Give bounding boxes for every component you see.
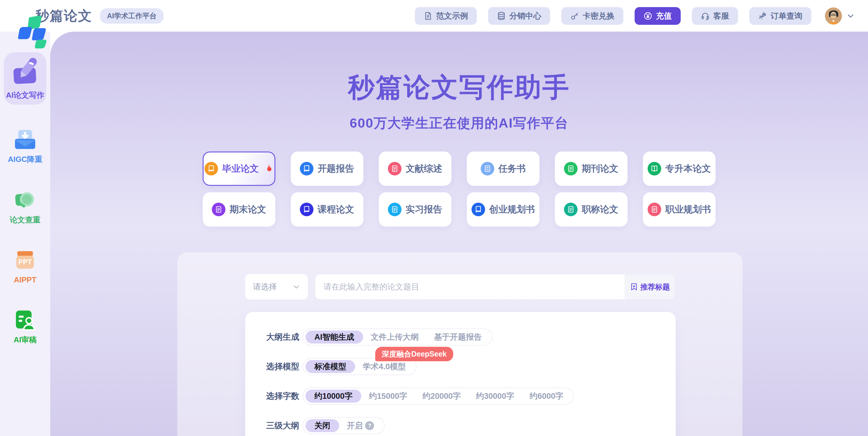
title-input[interactable] [315, 274, 625, 299]
nav-button-订单查询[interactable]: 订单查询 [749, 7, 811, 25]
option-label: 约6000字 [529, 391, 563, 401]
magnifier-icon [13, 189, 37, 212]
paper-type-创业规划书[interactable]: 创业规划书 [467, 192, 539, 226]
rocket-icon [758, 11, 767, 20]
nav-button-label: 订单查询 [771, 11, 802, 21]
paper-type-label: 职称论文 [582, 203, 618, 216]
paper-type-label: 实习报告 [406, 203, 442, 216]
option-文件上传大纲[interactable]: 文件上传大纲 [363, 332, 426, 342]
form-row-label: 大纲生成 [266, 332, 300, 343]
doc-icon [212, 203, 225, 216]
help-icon[interactable]: ? [365, 421, 374, 430]
paper-type-grid: 毕业论文开题报告文献综述任务书期刊论文专升本论文期末论文课程论文实习报告创业规划… [203, 152, 716, 226]
option-约10000字[interactable]: 约10000字 [306, 390, 361, 403]
paper-type-label: 任务书 [498, 162, 526, 175]
doc-icon [648, 203, 661, 216]
avatar[interactable] [825, 7, 842, 25]
paper-type-专升本论文[interactable]: 专升本论文 [643, 152, 716, 186]
option-约20000字[interactable]: 约20000字 [415, 391, 468, 401]
checklist-icon [481, 162, 494, 176]
sidebar-item-label: 论文查重 [10, 215, 40, 225]
option-标准模型[interactable]: 标准模型 [306, 360, 355, 373]
nav-button-范文示例[interactable]: 范文示例 [415, 7, 477, 25]
pencil-writing-icon [10, 57, 40, 87]
reviewer-icon [13, 309, 37, 332]
page: 秒篇论文 AI学术工作平台 范文示例分销中心卡密兑换充值客服订单查询 [0, 0, 868, 436]
database-icon [497, 11, 506, 20]
title-input-group: 推荐标题 [315, 274, 675, 300]
form-row-选择模型: 选择模型标准模型学术4.0模型深度融合DeepSeek [266, 358, 676, 375]
segmented-control: AI智能生成文件上传大纲基于开题报告 [303, 329, 493, 346]
document-icon [424, 11, 433, 20]
sidebar-item-label: AIGC降重 [8, 154, 42, 164]
paper-type-文献综述[interactable]: 文献综述 [379, 152, 452, 186]
paper-type-毕业论文[interactable]: 毕业论文 [203, 152, 275, 186]
segmented-control: 约10000字约15000字约20000字约30000字约6000字 [303, 387, 574, 405]
ppt-icon: PPT [13, 249, 37, 272]
book-icon [205, 162, 218, 176]
paper-type-label: 开题报告 [318, 162, 354, 175]
option-开启[interactable]: 开启? [339, 421, 382, 431]
option-label: 约10000字 [314, 391, 352, 401]
paper-type-期末论文[interactable]: 期末论文 [203, 192, 275, 226]
option-AI智能生成[interactable]: AI智能生成 [306, 331, 363, 344]
brand: 秒篇论文 AI学术工作平台 [17, 7, 164, 25]
yuan-icon [644, 11, 652, 20]
sidebar-item-label: AI审稿 [13, 335, 37, 345]
nav-button-分销中心[interactable]: 分销中心 [488, 7, 550, 25]
sidebar-item-AI论文写作[interactable]: AI论文写作 [4, 52, 46, 104]
paper-type-label: 期末论文 [229, 203, 266, 216]
paper-type-期刊论文[interactable]: 期刊论文 [555, 152, 627, 186]
category-select[interactable]: 请选择 [245, 274, 308, 300]
book-icon [471, 203, 485, 216]
option-学术4.0模型[interactable]: 学术4.0模型 [355, 361, 414, 372]
paper-type-职业规划书[interactable]: 职业规划书 [643, 192, 716, 226]
recommend-title-button[interactable]: 推荐标题 [625, 274, 675, 299]
headset-icon [701, 11, 710, 20]
sidebar-item-label: AI论文写作 [6, 90, 44, 100]
option-label: 标准模型 [314, 361, 346, 372]
sidebar-item-AIPPT[interactable]: PPTAIPPT [13, 249, 37, 284]
nav-button-卡密兑换[interactable]: 卡密兑换 [561, 7, 623, 25]
option-关闭[interactable]: 关闭 [306, 419, 339, 432]
form-row-大纲生成: 大纲生成AI智能生成文件上传大纲基于开题报告 [266, 329, 676, 346]
option-label: 约15000字 [369, 391, 407, 401]
paper-type-label: 课程论文 [318, 203, 354, 216]
paper-type-职称论文[interactable]: 职称论文 [555, 192, 627, 226]
paper-type-实习报告[interactable]: 实习报告 [379, 192, 452, 226]
main-content: 秒篇论文写作助手 600万大学生正在使用的AI写作平台 毕业论文开题报告文献综述… [50, 32, 868, 436]
sidebar-item-AI审稿[interactable]: AI审稿 [13, 309, 37, 345]
option-约30000字[interactable]: 约30000字 [468, 391, 522, 401]
key-icon [570, 11, 579, 20]
sidebar-item-论文查重[interactable]: 论文查重 [10, 189, 40, 225]
form-row-label: 选择字数 [266, 391, 300, 402]
nav-button-label: 充值 [656, 11, 672, 21]
nav-button-客服[interactable]: 客服 [692, 7, 738, 25]
doc-icon [388, 203, 402, 216]
sidebar-item-AIGC降重[interactable]: AIGC降重 [8, 128, 42, 164]
paper-type-任务书[interactable]: 任务书 [467, 152, 539, 186]
option-label: 约30000字 [476, 391, 514, 401]
paper-type-课程论文[interactable]: 课程论文 [291, 192, 363, 226]
option-label: AI智能生成 [314, 332, 354, 342]
doc-icon [564, 162, 578, 176]
form-row-label: 三级大纲 [266, 420, 300, 431]
openbook-icon [648, 162, 661, 176]
paper-type-label: 文献综述 [406, 162, 442, 175]
nav-button-label: 卡密兑换 [583, 11, 615, 21]
option-基于开题报告[interactable]: 基于开题报告 [426, 332, 490, 342]
form-row-label: 选择模型 [266, 361, 300, 372]
header: 秒篇论文 AI学术工作平台 范文示例分销中心卡密兑换充值客服订单查询 [0, 0, 868, 32]
flame-icon [264, 164, 274, 174]
brand-badge: AI学术工作平台 [100, 8, 164, 24]
segmented-control: 关闭开启? [303, 417, 385, 434]
option-约15000字[interactable]: 约15000字 [361, 391, 415, 401]
chevron-down-icon[interactable] [847, 12, 855, 20]
paper-type-label: 职业规划书 [665, 203, 711, 216]
form-panel: 请选择 推荐标题 大纲生成AI智能生成文件上传大纲基于开题报告选择模型标准模 [177, 253, 742, 436]
option-约6000字[interactable]: 约6000字 [522, 391, 571, 401]
paper-type-label: 创业规划书 [489, 203, 535, 216]
paper-type-开题报告[interactable]: 开题报告 [291, 152, 363, 186]
nav-button-label: 客服 [713, 11, 729, 21]
nav-button-充值[interactable]: 充值 [634, 7, 681, 25]
